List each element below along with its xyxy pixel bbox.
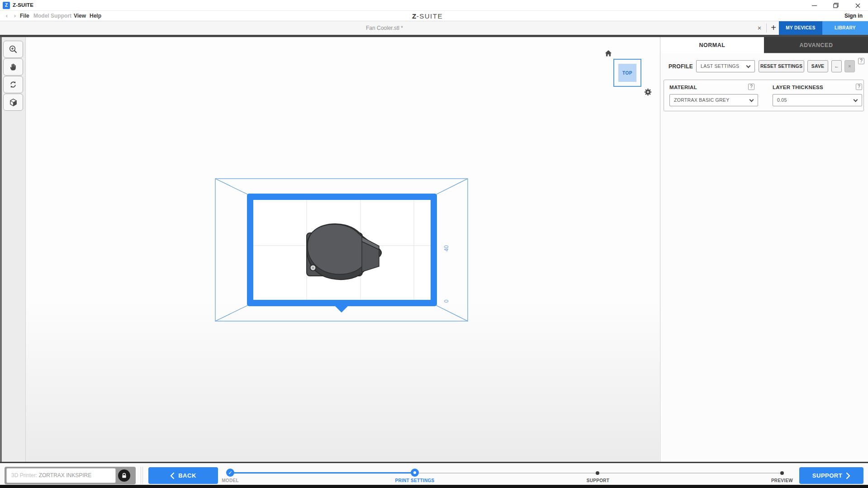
- printer-name-value: ZORTRAX INKSPIRE: [39, 472, 91, 479]
- logo-z: Z: [412, 12, 417, 20]
- back-button-label: BACK: [178, 472, 196, 479]
- zero-dimension-label: 0: [443, 299, 450, 303]
- plate-front-marker: [335, 306, 348, 313]
- current-step-dot: [413, 471, 416, 474]
- back-button[interactable]: BACK: [148, 467, 218, 484]
- tab-advanced[interactable]: ADVANCED: [764, 37, 868, 53]
- view-cube-top-face[interactable]: TOP: [618, 64, 636, 82]
- build-plate-scene: 40 0: [26, 37, 659, 462]
- viewport-settings-button[interactable]: [644, 88, 652, 96]
- bottombar-divider: [141, 467, 141, 484]
- tab-separator: [766, 24, 767, 33]
- reset-settings-button[interactable]: RESET SETTINGS: [759, 60, 804, 72]
- chevron-left-icon: [170, 473, 174, 479]
- progress-line-todo: [598, 473, 782, 474]
- delete-profile-button[interactable]: ×: [844, 60, 855, 72]
- tab-close-icon[interactable]: ×: [754, 23, 764, 33]
- minimize-button[interactable]: [807, 0, 821, 11]
- material-help-button[interactable]: ?: [748, 84, 754, 90]
- layer-thickness-label: LAYER THICKNESS: [773, 85, 823, 90]
- printer-lock-button[interactable]: [118, 469, 130, 482]
- restore-icon: [833, 3, 839, 8]
- step-support-indicator[interactable]: [596, 471, 599, 475]
- view-toolbar: [0, 37, 26, 462]
- logo-suite: -SUITE: [417, 12, 443, 20]
- zoom-tool-button[interactable]: [3, 41, 23, 58]
- document-tab-bar: Fan Cooler.stl * × + MY DEVICES LIBRARY: [0, 21, 868, 35]
- zsuite-logo: Z-SUITE: [412, 11, 443, 21]
- save-profile-button[interactable]: SAVE: [807, 60, 828, 72]
- progress-line-done: [232, 472, 415, 474]
- minimize-icon: [812, 3, 817, 8]
- step-support-label: SUPPORT: [587, 478, 609, 483]
- support-button-label: SUPPORT: [812, 472, 842, 479]
- profile-label: PROFILE: [669, 63, 693, 70]
- library-button[interactable]: LIBRARY: [822, 21, 868, 35]
- viewport-3d[interactable]: 40 0 TOP: [26, 37, 659, 462]
- check-icon: ✓: [228, 469, 232, 477]
- settings-panel: NORMAL ADVANCED PROFILE LAST SETTINGS RE…: [660, 37, 868, 462]
- menu-file[interactable]: File: [20, 11, 29, 21]
- menu-model[interactable]: Model: [33, 11, 49, 21]
- printer-selector: 3D Printer: ZORTRAX INKSPIRE: [5, 467, 136, 484]
- restore-profile-button[interactable]: ←: [831, 60, 842, 72]
- step-preview-label: PREVIEW: [771, 478, 793, 483]
- menu-help[interactable]: Help: [90, 11, 101, 21]
- file-tab[interactable]: Fan Cooler.stl *: [366, 21, 403, 35]
- view-cube[interactable]: TOP: [613, 59, 641, 87]
- material-settings-group: MATERIAL ? ZORTRAX BASIC GREY LAYER THIC…: [664, 80, 864, 111]
- pan-tool-button[interactable]: [3, 58, 23, 76]
- rotate-icon: [9, 80, 18, 89]
- my-devices-button[interactable]: MY DEVICES: [779, 21, 822, 35]
- step-model-label: MODEL: [222, 478, 239, 483]
- window-title: Z-SUITE: [13, 2, 33, 8]
- tab-normal[interactable]: NORMAL: [660, 37, 764, 53]
- zoom-in-icon: [9, 45, 18, 54]
- model-screw-hole-center: [312, 267, 314, 269]
- pan-hand-icon: [9, 62, 18, 71]
- nav-forward-icon[interactable]: ›: [12, 11, 18, 21]
- chevron-right-icon: [846, 473, 850, 479]
- close-button[interactable]: [850, 0, 865, 11]
- profile-help-button[interactable]: ?: [858, 58, 864, 64]
- sign-in-link[interactable]: Sign in: [844, 11, 863, 21]
- menu-view[interactable]: View: [74, 11, 86, 21]
- layer-thickness-help-button[interactable]: ?: [856, 84, 862, 90]
- bottombar-divider: [142, 467, 143, 484]
- close-icon: [855, 3, 860, 8]
- gear-icon: [644, 88, 652, 96]
- printer-select-field[interactable]: 3D Printer: ZORTRAX INKSPIRE: [6, 468, 116, 483]
- material-select[interactable]: ZORTRAX BASIC GREY: [669, 94, 758, 106]
- printer-prefix-label: 3D Printer:: [11, 472, 39, 479]
- material-label: MATERIAL: [669, 85, 697, 90]
- material-select-value: ZORTRAX BASIC GREY: [674, 95, 758, 106]
- view-mode-button[interactable]: [3, 94, 23, 111]
- rotate-tool-button[interactable]: [3, 76, 23, 93]
- cube-icon: [9, 98, 18, 107]
- menu-support[interactable]: Support: [51, 11, 71, 21]
- settings-mode-tabs: NORMAL ADVANCED: [660, 37, 868, 53]
- home-view-button[interactable]: [604, 49, 613, 58]
- title-bar: Z Z-SUITE: [0, 0, 868, 11]
- window-bottom-edge: [0, 485, 868, 488]
- progress-line-todo: [415, 473, 598, 474]
- step-model-indicator[interactable]: ✓: [226, 469, 234, 477]
- new-tab-button[interactable]: +: [768, 21, 779, 35]
- step-print-settings-label: PRINT SETTINGS: [395, 478, 435, 483]
- home-icon: [604, 49, 613, 58]
- layer-thickness-value: 0.05: [777, 95, 862, 106]
- lock-icon: [121, 472, 128, 479]
- nav-back-icon[interactable]: ‹: [4, 11, 10, 21]
- support-next-button[interactable]: SUPPORT: [799, 467, 863, 484]
- window-left-edge: [0, 37, 2, 488]
- step-preview-indicator[interactable]: [780, 471, 784, 475]
- wizard-bottom-bar: 3D Printer: ZORTRAX INKSPIRE BACK ✓ MODE…: [0, 462, 868, 485]
- app-icon: Z: [3, 2, 10, 9]
- profile-select[interactable]: LAST SETTINGS: [696, 60, 755, 72]
- menu-bar: ‹ › File Model Support View Help Z-SUITE…: [0, 11, 868, 21]
- layer-thickness-select[interactable]: 0.05: [773, 94, 862, 106]
- step-print-settings-indicator[interactable]: [411, 469, 419, 477]
- restore-button[interactable]: [829, 0, 843, 11]
- height-dimension-label: 40: [443, 245, 450, 251]
